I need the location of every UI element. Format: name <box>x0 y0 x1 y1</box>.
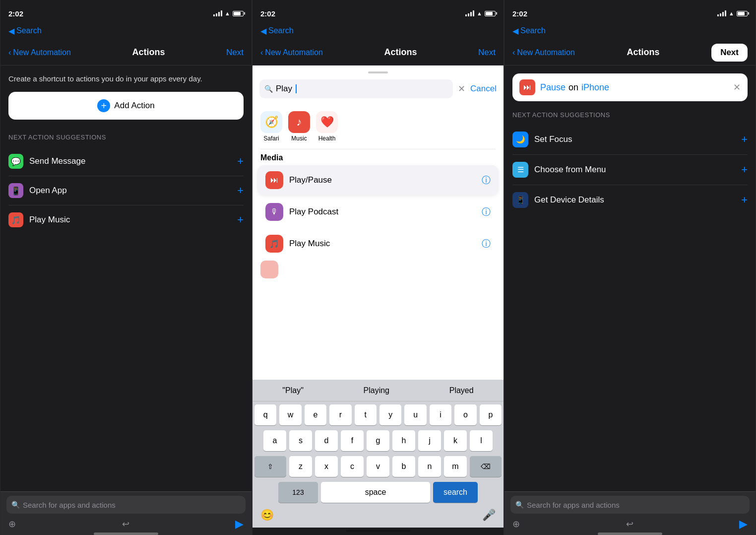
result-play-podcast[interactable]: 🎙 Play Podcast ⓘ <box>257 197 499 227</box>
key-123[interactable]: 123 <box>278 482 318 503</box>
battery-icon-3 <box>737 11 748 16</box>
key-a[interactable]: a <box>263 430 286 451</box>
result-partial <box>252 260 504 279</box>
content-1: Create a shortcut to actions you do in y… <box>0 66 252 491</box>
back-action-icon-3[interactable]: ↩ <box>626 519 633 530</box>
choose-menu-icon: ☰ <box>512 162 528 178</box>
search-input-field[interactable]: 🔍 Play <box>259 79 453 98</box>
choose-menu-plus[interactable]: + <box>741 163 748 176</box>
battery-icon-1 <box>233 11 244 16</box>
key-d[interactable]: d <box>315 430 338 451</box>
key-y[interactable]: y <box>379 404 401 425</box>
add-action-button[interactable]: + Add Action <box>8 92 244 120</box>
device-details-plus[interactable]: + <box>741 194 748 206</box>
key-f[interactable]: f <box>341 430 364 451</box>
key-t[interactable]: t <box>355 404 377 425</box>
search-field-placeholder-1: Search for apps and actions <box>23 501 116 509</box>
time-1: 2:02 <box>8 9 23 18</box>
key-z[interactable]: z <box>289 456 312 477</box>
ns-device-details[interactable]: 📱 Get Device Details + <box>512 185 748 215</box>
key-shift[interactable]: ⇧ <box>254 456 286 477</box>
send-message-plus[interactable]: + <box>237 155 244 168</box>
key-k[interactable]: k <box>444 430 467 451</box>
key-e[interactable]: e <box>305 404 326 425</box>
kbd-suggest-playing[interactable]: Playing <box>360 384 393 397</box>
back-chevron-2: ‹ <box>260 48 263 57</box>
app-chip-safari[interactable]: 🧭 Safari <box>260 111 282 142</box>
suggestion-play-music[interactable]: 🎵 Play Music + <box>8 205 244 234</box>
kbd-row-3: ⇧ z x c v b n m ⌫ <box>254 456 502 477</box>
app-chip-music[interactable]: ♪ Music <box>288 111 310 142</box>
key-s[interactable]: s <box>289 430 312 451</box>
search-top-3: ◀ Search <box>504 22 756 40</box>
search-field-placeholder-3: Search for apps and actions <box>527 501 620 509</box>
key-x[interactable]: x <box>315 456 338 477</box>
result-play-pause[interactable]: ⏭ Play/Pause ⓘ <box>257 165 499 195</box>
result-play-music[interactable]: 🎵 Play Music ⓘ <box>257 229 499 259</box>
key-l[interactable]: l <box>470 430 493 451</box>
bottom-actions-3: ⊕ ↩ ▶ <box>510 518 750 531</box>
wifi-icon-3: ▲ <box>729 10 734 16</box>
description-text: Create a shortcut to actions you do in y… <box>8 73 244 84</box>
back-btn-3[interactable]: ‹ New Automation <box>512 48 575 57</box>
play-podcast-info[interactable]: ⓘ <box>482 206 491 218</box>
bottom-actions-1: ⊕ ↩ ▶ <box>6 518 246 531</box>
suggestion-send-message[interactable]: 💬 Send Message + <box>8 147 244 176</box>
key-r[interactable]: r <box>329 404 351 425</box>
key-u[interactable]: u <box>404 404 426 425</box>
app-chip-health[interactable]: ❤️ Health <box>316 111 338 142</box>
play-podcast-icon: 🎙 <box>265 203 283 221</box>
search-cancel-button[interactable]: Cancel <box>470 84 497 94</box>
kbd-suggest-played[interactable]: Played <box>445 384 478 397</box>
ns-set-focus[interactable]: 🌙 Set Focus + <box>512 125 748 155</box>
key-w[interactable]: w <box>279 404 301 425</box>
key-p[interactable]: p <box>480 404 502 425</box>
search-clear-button[interactable]: ✕ <box>458 83 465 94</box>
coin-icon-3[interactable]: ⊕ <box>512 519 520 530</box>
wifi-icon-2: ▲ <box>477 10 482 16</box>
next-btn-3[interactable]: Next <box>711 44 748 62</box>
nav-title-1: Actions <box>132 47 165 58</box>
play-music-info[interactable]: ⓘ <box>482 238 491 250</box>
home-indicator-3 <box>598 533 662 535</box>
next-btn-2[interactable]: Next <box>478 48 496 58</box>
set-focus-plus[interactable]: + <box>741 133 748 146</box>
key-m[interactable]: m <box>444 456 467 477</box>
back-btn-1[interactable]: ‹ New Automation <box>8 48 71 57</box>
emoji-icon[interactable]: 😊 <box>260 509 274 522</box>
mic-icon[interactable]: 🎤 <box>482 509 496 522</box>
next-btn-1[interactable]: Next <box>226 48 244 58</box>
record-icon-1[interactable]: ⊕ <box>8 519 16 530</box>
key-i[interactable]: i <box>430 404 451 425</box>
back-btn-2[interactable]: ‹ New Automation <box>260 48 323 57</box>
key-q[interactable]: q <box>254 404 276 425</box>
chip-pause-label: Pause <box>540 82 566 93</box>
back-action-icon-1[interactable]: ↩ <box>122 519 129 530</box>
action-chip-icon: ⏭ <box>519 79 535 95</box>
content-3: ⏭ Pause on iPhone ✕ Next Action Suggesti… <box>504 66 756 491</box>
key-space[interactable]: space <box>321 482 430 503</box>
play-pause-info[interactable]: ⓘ <box>482 174 491 186</box>
search-field-1[interactable]: 🔍 Search for apps and actions <box>6 496 246 514</box>
key-g[interactable]: g <box>367 430 389 451</box>
key-c[interactable]: c <box>341 456 364 477</box>
open-app-plus[interactable]: + <box>237 184 244 197</box>
play-btn-3[interactable]: ▶ <box>739 518 748 531</box>
key-v[interactable]: v <box>367 456 389 477</box>
kbd-suggest-play[interactable]: "Play" <box>278 384 307 397</box>
key-search[interactable]: search <box>433 482 478 503</box>
search-field-3[interactable]: 🔍 Search for apps and actions <box>510 496 750 514</box>
play-music-plus[interactable]: + <box>237 213 244 226</box>
signal-icon-1 <box>213 10 222 16</box>
suggestion-open-app[interactable]: 📱 Open App + <box>8 176 244 205</box>
key-o[interactable]: o <box>454 404 476 425</box>
key-n[interactable]: n <box>418 456 441 477</box>
key-delete[interactable]: ⌫ <box>470 456 502 477</box>
ns-choose-menu[interactable]: ☰ Choose from Menu + <box>512 155 748 185</box>
key-j[interactable]: j <box>418 430 441 451</box>
play-btn-1[interactable]: ▶ <box>235 518 244 531</box>
action-chip-close[interactable]: ✕ <box>733 82 741 93</box>
key-h[interactable]: h <box>392 430 415 451</box>
key-b[interactable]: b <box>392 456 415 477</box>
search-field-icon-3: 🔍 <box>515 501 524 509</box>
